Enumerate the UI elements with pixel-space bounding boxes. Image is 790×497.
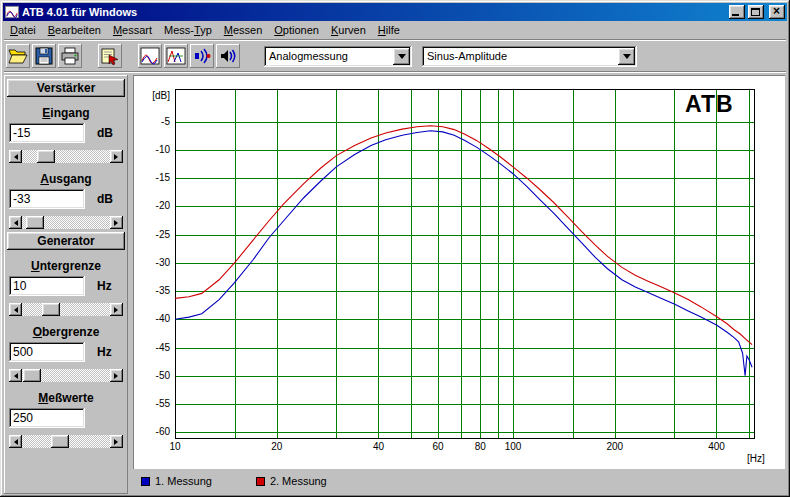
untergrenze-scroll-left-button[interactable] bbox=[9, 303, 22, 316]
menu-item-bearbeiten[interactable]: Bearbeiten bbox=[42, 22, 107, 38]
y-tick-label: -50 bbox=[133, 370, 170, 381]
messwerte-scroll-right-button[interactable] bbox=[110, 435, 123, 448]
curves-chart-icon bbox=[140, 46, 160, 66]
legend-item-2: 2. Messung bbox=[256, 475, 327, 487]
eingang-scroll-left-button[interactable] bbox=[9, 150, 22, 163]
open-icon bbox=[8, 46, 28, 66]
measure-mode-dropdown-button[interactable] bbox=[393, 48, 410, 65]
ausgang-scroll-right-button[interactable] bbox=[110, 216, 123, 229]
peaks-chart-button[interactable] bbox=[164, 44, 188, 68]
y-tick-label: -15 bbox=[133, 172, 170, 183]
measure-mode-value: Analogmessung bbox=[264, 46, 391, 67]
untergrenze-input[interactable] bbox=[9, 276, 85, 296]
signal-type-dropdown-button[interactable] bbox=[618, 48, 635, 65]
messwerte-scroll-track[interactable] bbox=[22, 435, 110, 448]
chart-plot bbox=[175, 89, 755, 439]
chart-area: -5-10-15-20-25-30-35-40-45-50-55-60 1020… bbox=[133, 75, 785, 494]
signal-type-combobox[interactable]: Sinus-Amplitude bbox=[422, 46, 637, 67]
minimize-button[interactable] bbox=[729, 5, 745, 19]
open-button[interactable] bbox=[6, 44, 30, 68]
arrow-left-icon bbox=[11, 439, 18, 445]
menu-item-messart[interactable]: Messart bbox=[107, 22, 158, 38]
arrow-left-icon bbox=[11, 307, 18, 313]
close-button[interactable] bbox=[769, 5, 785, 19]
x-axis-unit-label: [Hz] bbox=[747, 453, 765, 464]
y-tick-label: -30 bbox=[133, 257, 170, 268]
menu-item-messen[interactable]: Messen bbox=[218, 22, 269, 38]
untergrenze-scroll-thumb[interactable] bbox=[42, 303, 60, 316]
maximize-icon bbox=[751, 8, 760, 16]
ausgang-value-row: dB bbox=[9, 189, 123, 209]
y-tick-label: -60 bbox=[133, 426, 170, 437]
arrow-left-icon bbox=[11, 373, 18, 379]
x-tick-label: 10 bbox=[160, 441, 190, 452]
arrow-right-icon bbox=[114, 307, 121, 313]
app-window: ATB 4.01 für Windows DateiBearbeitenMess… bbox=[0, 0, 790, 497]
legend-label-1: 1. Messung bbox=[155, 475, 212, 487]
signal-icon bbox=[192, 46, 212, 66]
y-tick-label: -10 bbox=[133, 144, 170, 155]
control-group-eingang: EingangdB bbox=[5, 106, 127, 163]
menu-item-mess-typ[interactable]: Mess-Typ bbox=[158, 22, 218, 38]
ausgang-scrollbar[interactable] bbox=[9, 216, 123, 229]
label-ausgang: Ausgang bbox=[5, 172, 127, 186]
ausgang-scroll-track[interactable] bbox=[22, 216, 110, 229]
arrow-right-icon bbox=[114, 220, 121, 226]
eingang-scroll-thumb[interactable] bbox=[37, 150, 55, 163]
y-tick-label: -35 bbox=[133, 285, 170, 296]
menu-item-kurven[interactable]: Kurven bbox=[325, 22, 372, 38]
x-tick-label: 100 bbox=[498, 441, 528, 452]
arrow-left-icon bbox=[11, 220, 18, 226]
x-tick-label: 200 bbox=[600, 441, 630, 452]
untergrenze-scrollbar[interactable] bbox=[9, 303, 123, 316]
obergrenze-scroll-thumb[interactable] bbox=[23, 369, 41, 382]
measurement-curves bbox=[175, 126, 752, 376]
y-axis-unit-label: [dB] bbox=[133, 90, 170, 101]
obergrenze-scroll-left-button[interactable] bbox=[9, 369, 22, 382]
export-button[interactable] bbox=[98, 44, 122, 68]
label-obergrenze: Obergrenze bbox=[5, 325, 127, 339]
ausgang-input[interactable] bbox=[9, 189, 85, 209]
save-button[interactable] bbox=[32, 44, 56, 68]
section-header-verstaerker: Verstärker bbox=[7, 79, 125, 97]
menu-item-optionen[interactable]: Optionen bbox=[268, 22, 325, 38]
y-tick-label: -45 bbox=[133, 342, 170, 353]
messwerte-scrollbar[interactable] bbox=[9, 435, 123, 448]
control-group-messwerte: Meßwerte bbox=[5, 391, 127, 448]
ausgang-scroll-thumb[interactable] bbox=[26, 216, 44, 229]
messwerte-scroll-thumb[interactable] bbox=[51, 435, 69, 448]
speaker-button[interactable] bbox=[216, 44, 240, 68]
y-tick-label: -55 bbox=[133, 398, 170, 409]
titlebar[interactable]: ATB 4.01 für Windows bbox=[3, 3, 787, 21]
arrow-left-icon bbox=[11, 154, 18, 160]
toolbar: Analogmessung Sinus-Amplitude bbox=[3, 41, 787, 71]
untergrenze-scroll-right-button[interactable] bbox=[110, 303, 123, 316]
print-button[interactable] bbox=[58, 44, 82, 68]
peaks-chart-icon bbox=[166, 46, 186, 66]
obergrenze-value-row: Hz bbox=[9, 342, 123, 362]
obergrenze-scroll-right-button[interactable] bbox=[110, 369, 123, 382]
obergrenze-scroll-track[interactable] bbox=[22, 369, 110, 382]
y-tick-label: -25 bbox=[133, 229, 170, 240]
obergrenze-scrollbar[interactable] bbox=[9, 369, 123, 382]
ausgang-scroll-left-button[interactable] bbox=[9, 216, 22, 229]
curves-chart-button[interactable] bbox=[138, 44, 162, 68]
messwerte-input[interactable] bbox=[9, 408, 85, 428]
untergrenze-unit-label: Hz bbox=[97, 279, 112, 293]
print-icon bbox=[60, 46, 80, 66]
eingang-input[interactable] bbox=[9, 123, 85, 143]
chart-plot-svg bbox=[175, 89, 755, 439]
menu-item-datei[interactable]: Datei bbox=[4, 22, 42, 38]
measure-mode-combobox[interactable]: Analogmessung bbox=[264, 46, 412, 67]
messwerte-scroll-left-button[interactable] bbox=[9, 435, 22, 448]
untergrenze-scroll-track[interactable] bbox=[22, 303, 110, 316]
menu-item-hilfe[interactable]: Hilfe bbox=[372, 22, 406, 38]
eingang-scrollbar[interactable] bbox=[9, 150, 123, 163]
eingang-scroll-track[interactable] bbox=[22, 150, 110, 163]
eingang-scroll-right-button[interactable] bbox=[110, 150, 123, 163]
signal-button[interactable] bbox=[190, 44, 214, 68]
grid-lines bbox=[175, 89, 755, 439]
x-tick-label: 400 bbox=[701, 441, 731, 452]
maximize-button[interactable] bbox=[748, 5, 764, 19]
obergrenze-input[interactable] bbox=[9, 342, 85, 362]
